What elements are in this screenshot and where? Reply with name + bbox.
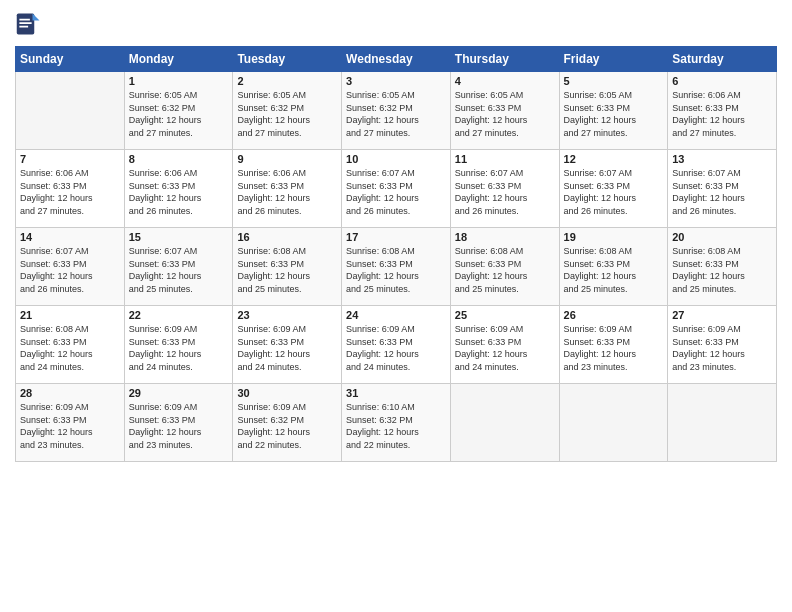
day-info: Sunrise: 6:08 AM Sunset: 6:33 PM Dayligh…	[346, 245, 446, 295]
day-info: Sunrise: 6:07 AM Sunset: 6:33 PM Dayligh…	[455, 167, 555, 217]
page: SundayMondayTuesdayWednesdayThursdayFrid…	[0, 0, 792, 612]
day-info: Sunrise: 6:09 AM Sunset: 6:33 PM Dayligh…	[129, 323, 229, 373]
day-number: 30	[237, 387, 337, 399]
day-number: 27	[672, 309, 772, 321]
day-info: Sunrise: 6:09 AM Sunset: 6:33 PM Dayligh…	[672, 323, 772, 373]
week-row-3: 14Sunrise: 6:07 AM Sunset: 6:33 PM Dayli…	[16, 228, 777, 306]
column-header-sunday: Sunday	[16, 47, 125, 72]
svg-rect-2	[19, 19, 30, 21]
day-info: Sunrise: 6:05 AM Sunset: 6:33 PM Dayligh…	[564, 89, 664, 139]
calendar-cell: 18Sunrise: 6:08 AM Sunset: 6:33 PM Dayli…	[450, 228, 559, 306]
calendar-cell: 22Sunrise: 6:09 AM Sunset: 6:33 PM Dayli…	[124, 306, 233, 384]
day-info: Sunrise: 6:08 AM Sunset: 6:33 PM Dayligh…	[564, 245, 664, 295]
day-number: 11	[455, 153, 555, 165]
day-number: 15	[129, 231, 229, 243]
column-header-tuesday: Tuesday	[233, 47, 342, 72]
column-header-thursday: Thursday	[450, 47, 559, 72]
day-number: 31	[346, 387, 446, 399]
calendar-cell: 11Sunrise: 6:07 AM Sunset: 6:33 PM Dayli…	[450, 150, 559, 228]
day-info: Sunrise: 6:09 AM Sunset: 6:33 PM Dayligh…	[20, 401, 120, 451]
calendar-cell: 19Sunrise: 6:08 AM Sunset: 6:33 PM Dayli…	[559, 228, 668, 306]
day-number: 3	[346, 75, 446, 87]
calendar-cell: 14Sunrise: 6:07 AM Sunset: 6:33 PM Dayli…	[16, 228, 125, 306]
day-number: 28	[20, 387, 120, 399]
calendar-cell: 27Sunrise: 6:09 AM Sunset: 6:33 PM Dayli…	[668, 306, 777, 384]
day-number: 13	[672, 153, 772, 165]
day-info: Sunrise: 6:09 AM Sunset: 6:33 PM Dayligh…	[237, 323, 337, 373]
calendar-cell: 9Sunrise: 6:06 AM Sunset: 6:33 PM Daylig…	[233, 150, 342, 228]
day-info: Sunrise: 6:07 AM Sunset: 6:33 PM Dayligh…	[564, 167, 664, 217]
day-number: 9	[237, 153, 337, 165]
calendar-cell: 13Sunrise: 6:07 AM Sunset: 6:33 PM Dayli…	[668, 150, 777, 228]
calendar-cell: 16Sunrise: 6:08 AM Sunset: 6:33 PM Dayli…	[233, 228, 342, 306]
day-number: 25	[455, 309, 555, 321]
calendar-cell: 25Sunrise: 6:09 AM Sunset: 6:33 PM Dayli…	[450, 306, 559, 384]
day-info: Sunrise: 6:06 AM Sunset: 6:33 PM Dayligh…	[237, 167, 337, 217]
day-number: 10	[346, 153, 446, 165]
day-number: 6	[672, 75, 772, 87]
week-row-4: 21Sunrise: 6:08 AM Sunset: 6:33 PM Dayli…	[16, 306, 777, 384]
svg-rect-3	[19, 22, 31, 24]
week-row-1: 1Sunrise: 6:05 AM Sunset: 6:32 PM Daylig…	[16, 72, 777, 150]
week-row-2: 7Sunrise: 6:06 AM Sunset: 6:33 PM Daylig…	[16, 150, 777, 228]
day-number: 7	[20, 153, 120, 165]
calendar-cell: 20Sunrise: 6:08 AM Sunset: 6:33 PM Dayli…	[668, 228, 777, 306]
day-number: 4	[455, 75, 555, 87]
day-info: Sunrise: 6:09 AM Sunset: 6:33 PM Dayligh…	[346, 323, 446, 373]
column-header-monday: Monday	[124, 47, 233, 72]
day-info: Sunrise: 6:06 AM Sunset: 6:33 PM Dayligh…	[672, 89, 772, 139]
day-number: 2	[237, 75, 337, 87]
day-number: 24	[346, 309, 446, 321]
calendar-cell: 10Sunrise: 6:07 AM Sunset: 6:33 PM Dayli…	[342, 150, 451, 228]
calendar-cell: 31Sunrise: 6:10 AM Sunset: 6:32 PM Dayli…	[342, 384, 451, 462]
day-number: 17	[346, 231, 446, 243]
column-header-saturday: Saturday	[668, 47, 777, 72]
week-row-5: 28Sunrise: 6:09 AM Sunset: 6:33 PM Dayli…	[16, 384, 777, 462]
day-info: Sunrise: 6:07 AM Sunset: 6:33 PM Dayligh…	[346, 167, 446, 217]
day-info: Sunrise: 6:08 AM Sunset: 6:33 PM Dayligh…	[455, 245, 555, 295]
day-number: 19	[564, 231, 664, 243]
day-info: Sunrise: 6:05 AM Sunset: 6:32 PM Dayligh…	[129, 89, 229, 139]
day-number: 12	[564, 153, 664, 165]
calendar-cell: 5Sunrise: 6:05 AM Sunset: 6:33 PM Daylig…	[559, 72, 668, 150]
day-info: Sunrise: 6:07 AM Sunset: 6:33 PM Dayligh…	[129, 245, 229, 295]
calendar-cell: 7Sunrise: 6:06 AM Sunset: 6:33 PM Daylig…	[16, 150, 125, 228]
day-number: 20	[672, 231, 772, 243]
calendar-cell	[450, 384, 559, 462]
day-number: 14	[20, 231, 120, 243]
day-info: Sunrise: 6:06 AM Sunset: 6:33 PM Dayligh…	[129, 167, 229, 217]
header	[15, 10, 777, 38]
day-info: Sunrise: 6:05 AM Sunset: 6:32 PM Dayligh…	[346, 89, 446, 139]
calendar-cell: 15Sunrise: 6:07 AM Sunset: 6:33 PM Dayli…	[124, 228, 233, 306]
day-info: Sunrise: 6:08 AM Sunset: 6:33 PM Dayligh…	[237, 245, 337, 295]
calendar-cell: 6Sunrise: 6:06 AM Sunset: 6:33 PM Daylig…	[668, 72, 777, 150]
day-number: 16	[237, 231, 337, 243]
day-number: 18	[455, 231, 555, 243]
calendar-cell: 1Sunrise: 6:05 AM Sunset: 6:32 PM Daylig…	[124, 72, 233, 150]
svg-marker-1	[33, 14, 40, 21]
calendar-cell	[668, 384, 777, 462]
calendar-cell: 8Sunrise: 6:06 AM Sunset: 6:33 PM Daylig…	[124, 150, 233, 228]
calendar-header-row: SundayMondayTuesdayWednesdayThursdayFrid…	[16, 47, 777, 72]
day-info: Sunrise: 6:08 AM Sunset: 6:33 PM Dayligh…	[20, 323, 120, 373]
day-number: 23	[237, 309, 337, 321]
day-info: Sunrise: 6:09 AM Sunset: 6:33 PM Dayligh…	[564, 323, 664, 373]
day-info: Sunrise: 6:09 AM Sunset: 6:33 PM Dayligh…	[455, 323, 555, 373]
calendar-cell: 21Sunrise: 6:08 AM Sunset: 6:33 PM Dayli…	[16, 306, 125, 384]
logo	[15, 10, 47, 38]
calendar-cell: 28Sunrise: 6:09 AM Sunset: 6:33 PM Dayli…	[16, 384, 125, 462]
day-info: Sunrise: 6:07 AM Sunset: 6:33 PM Dayligh…	[20, 245, 120, 295]
calendar-cell: 30Sunrise: 6:09 AM Sunset: 6:32 PM Dayli…	[233, 384, 342, 462]
calendar-cell: 2Sunrise: 6:05 AM Sunset: 6:32 PM Daylig…	[233, 72, 342, 150]
day-number: 5	[564, 75, 664, 87]
day-info: Sunrise: 6:10 AM Sunset: 6:32 PM Dayligh…	[346, 401, 446, 451]
column-header-friday: Friday	[559, 47, 668, 72]
calendar-cell: 17Sunrise: 6:08 AM Sunset: 6:33 PM Dayli…	[342, 228, 451, 306]
day-number: 21	[20, 309, 120, 321]
calendar-cell: 3Sunrise: 6:05 AM Sunset: 6:32 PM Daylig…	[342, 72, 451, 150]
day-info: Sunrise: 6:05 AM Sunset: 6:32 PM Dayligh…	[237, 89, 337, 139]
day-info: Sunrise: 6:09 AM Sunset: 6:33 PM Dayligh…	[129, 401, 229, 451]
svg-rect-4	[19, 26, 28, 28]
day-number: 22	[129, 309, 229, 321]
day-info: Sunrise: 6:07 AM Sunset: 6:33 PM Dayligh…	[672, 167, 772, 217]
